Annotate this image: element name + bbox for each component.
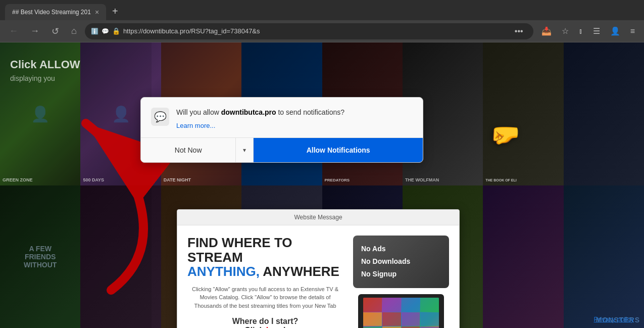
- website-message-popup: Website Message FIND WHERE TO STREAM ANY…: [177, 209, 460, 328]
- message-icon: 💬: [154, 111, 167, 123]
- poster-monsters: MONSTERS: [564, 185, 644, 329]
- address-bar-input[interactable]: ℹ️ 💬 🔒 https://downtibutca.pro/RSU?tag_i…: [85, 23, 533, 39]
- poster-eli: THE BOOK OF ELI: [483, 42, 563, 185]
- poster-8: [564, 42, 644, 185]
- ws-left: FIND WHERE TO STREAM ANYTHING, ANYWHERE …: [187, 236, 343, 328]
- tab-bar: ## Best Video Streaming 201 × +: [0, 0, 644, 20]
- ws-right: No Ads No Downloads No Signup: [353, 236, 449, 328]
- notif-dropdown-button[interactable]: ▾: [236, 138, 254, 162]
- ws-body-text: Clicking "Allow" grants you full access …: [187, 285, 343, 310]
- notification-popup: 💬 Will you allow downtibutca.pro to send…: [140, 97, 423, 163]
- bookmark-button[interactable]: ☆: [558, 24, 573, 38]
- notif-icon: 💬: [151, 108, 169, 126]
- secure-icon: 🔒: [112, 27, 120, 35]
- account-button[interactable]: 👤: [606, 24, 624, 38]
- content-area: 👤 GREEN ZONE 👤 500 DAYS 🎭 DATE NIGHT TRO…: [0, 42, 644, 328]
- notif-question: Will you allow downtibutca.pro to send n…: [176, 108, 413, 118]
- forward-button[interactable]: →: [26, 24, 43, 38]
- url-display: https://downtibutca.pro/RSU?tag_id=73804…: [123, 27, 508, 35]
- ws-content: FIND WHERE TO STREAM ANYTHING, ANYWHERE …: [177, 225, 459, 328]
- allow-notifications-button[interactable]: Allow Notifications: [254, 138, 423, 162]
- ws-header: Website Message: [177, 210, 459, 225]
- tab-close-button[interactable]: ×: [95, 8, 99, 16]
- back-button[interactable]: ←: [5, 24, 22, 38]
- new-tab-button[interactable]: +: [106, 3, 124, 20]
- click-allow-text: Click ALLOW: [10, 58, 141, 72]
- ws-headline: FIND WHERE TO STREAM ANYTHING, ANYWHERE: [187, 236, 343, 279]
- notif-text: Will you allow downtibutca.pro to send n…: [176, 108, 413, 129]
- active-tab[interactable]: ## Best Video Streaming 201 ×: [5, 4, 106, 20]
- menu-button[interactable]: ≡: [626, 25, 639, 38]
- notif-actions: Not Now ▾ Allow Notifications: [141, 137, 423, 162]
- ws-cta-link[interactable]: here: [266, 326, 283, 328]
- not-now-button[interactable]: Not Now: [141, 138, 236, 162]
- reader-button[interactable]: ☰: [589, 24, 604, 38]
- ws-badge: No Ads No Downloads No Signup: [353, 236, 449, 288]
- ws-laptop: [358, 294, 444, 328]
- ws-laptop-container: [351, 294, 452, 328]
- ws-screen: [363, 298, 439, 328]
- hand-pointer: 🤜: [490, 121, 520, 149]
- notif-body: 💬 Will you allow downtibutca.pro to send…: [141, 98, 423, 137]
- poster-r2-7: [483, 185, 563, 329]
- privacy-policy-link[interactable]: Privacy policy: [594, 315, 634, 323]
- reload-button[interactable]: ↺: [47, 24, 63, 39]
- home-button[interactable]: ⌂: [67, 24, 81, 38]
- chat-icon: 💬: [102, 28, 109, 35]
- info-icon: ℹ️: [91, 28, 98, 35]
- more-button[interactable]: •••: [511, 25, 527, 38]
- displaying-text: displaying you: [10, 74, 141, 82]
- browser-window: ## Best Video Streaming 201 × + ← → ↺ ⌂ …: [0, 0, 644, 328]
- learn-more-link[interactable]: Learn more...: [176, 122, 413, 129]
- library-button[interactable]: ⫾: [575, 25, 587, 38]
- tab-title: ## Best Video Streaming 201: [12, 9, 91, 16]
- ws-cta: Where do I start? Click here!: [187, 317, 343, 328]
- bg-overlay-text: Click ALLOW displaying you: [0, 42, 152, 328]
- address-bar: ← → ↺ ⌂ ℹ️ 💬 🔒 https://downtibutca.pro/R…: [0, 20, 644, 42]
- toolbar-icons: 📥 ☆ ⫾ ☰ 👤 ≡: [537, 24, 639, 38]
- pocket-button[interactable]: 📥: [537, 24, 556, 38]
